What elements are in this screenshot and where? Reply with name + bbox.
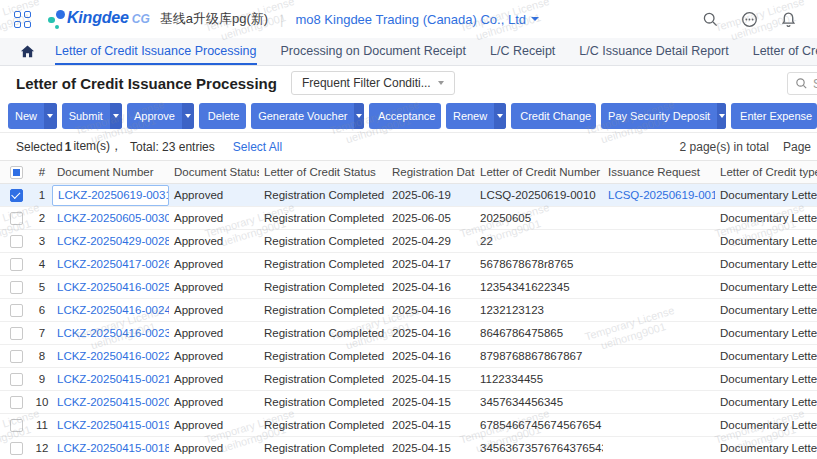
tab-4-l-c-issuance-detail-report[interactable]: L/C Issuance Detail Report [579, 38, 728, 65]
cell-issuance-request [603, 253, 715, 275]
document-number-link[interactable]: LCKZ-20250415-0019 [57, 419, 169, 431]
document-number-link[interactable]: LCKZ-20250415-0021 [57, 373, 169, 385]
select-all-link[interactable]: Select All [233, 140, 282, 154]
row-checkbox[interactable] [10, 327, 23, 340]
row-checkbox[interactable] [10, 258, 23, 271]
support-icon[interactable] [741, 11, 758, 28]
table-row-1[interactable]: 1LCKZ-20250619-0031ApprovedRegistration … [0, 184, 817, 207]
search-placeholder: Search [813, 77, 817, 91]
document-number-link[interactable]: LCKZ-20250415-0018 [57, 442, 169, 454]
row-checkbox[interactable] [10, 419, 23, 432]
row-checkbox[interactable] [10, 350, 23, 363]
tab-3-l-c-receipt[interactable]: L/C Receipt [490, 38, 555, 65]
chevron-down-icon[interactable] [110, 103, 122, 129]
tab-5-letter-of-credit-issuance-processing[interactable]: Letter of Credit Issuance Processing [753, 38, 817, 65]
chevron-down-icon[interactable] [182, 103, 194, 129]
chevron-down-icon[interactable] [354, 103, 364, 129]
app-launcher-icon[interactable] [14, 11, 31, 28]
cell-letter-of-credit-type: Documentary Letter of [715, 207, 817, 229]
col-header-letter-of-credit-status[interactable]: Letter of Credit Status [259, 161, 387, 183]
table-header: #Document NumberDocument StatusLetter of… [0, 160, 817, 184]
table-row-3[interactable]: 3LCKZ-20250429-0028ApprovedRegistration … [0, 230, 817, 253]
button-label: Generate Voucher [251, 103, 354, 129]
search-icon[interactable] [702, 11, 719, 28]
row-checkbox[interactable] [10, 189, 23, 202]
search-icon [795, 77, 808, 90]
button-label: New [8, 103, 44, 129]
pages-total: 2 page(s) in total [680, 140, 769, 154]
cell-registration-date: 2025-04-17 [387, 253, 475, 275]
col-header-registration-date[interactable]: Registration Date [387, 161, 475, 183]
document-number-link[interactable]: LCKZ-20250415-0020 [57, 396, 169, 408]
org-selector[interactable]: mo8 Kingdee Trading (Canada) Co., Ltd [295, 12, 539, 27]
cell-: 2 [32, 207, 52, 229]
enter-expense-button[interactable]: Enter Expense [731, 103, 817, 129]
renew-button[interactable]: Renew [446, 103, 506, 129]
document-number-link[interactable]: LCKZ-20250417-0026 [57, 258, 169, 270]
chevron-down-icon[interactable] [494, 103, 506, 129]
row-checkbox[interactable] [10, 304, 23, 317]
table-row-9[interactable]: 9LCKZ-20250415-0021ApprovedRegistration … [0, 368, 817, 391]
frequent-filter-dropdown[interactable]: Frequent Filter Conditi... [291, 71, 455, 95]
delete-button[interactable]: Delete [199, 103, 246, 129]
col-header-[interactable]: # [32, 161, 52, 183]
row-checkbox[interactable] [10, 281, 23, 294]
table-row-8[interactable]: 8LCKZ-20250416-0022ApprovedRegistration … [0, 345, 817, 368]
credit-change-button[interactable]: Credit Change [511, 103, 596, 129]
table-row-12[interactable]: 12LCKZ-20250415-0018ApprovedRegistration… [0, 437, 817, 459]
row-checkbox[interactable] [10, 396, 23, 409]
submit-button[interactable]: Submit [62, 103, 122, 129]
row-checkbox[interactable] [10, 235, 23, 248]
row-checkbox[interactable] [10, 373, 23, 386]
nav-bar: Letter of Credit Issuance ProcessingProc… [0, 38, 817, 66]
col-header-letter-of-credit-number[interactable]: Letter of Credit Number [475, 161, 603, 183]
status-bar: Selected 1 item(s)， Total: 23 entries Se… [0, 132, 817, 160]
cell-letter-of-credit-status: Registration Completed [259, 184, 387, 206]
table-row-7[interactable]: 7LCKZ-20250416-0023ApprovedRegistration … [0, 322, 817, 345]
cell-: 12 [32, 437, 52, 459]
approve-button[interactable]: Approve [127, 103, 194, 129]
document-number-link[interactable]: LCKZ-20250416-0024 [57, 304, 169, 316]
cell-issuance-request [603, 276, 715, 298]
nav-tabs: Letter of Credit Issuance ProcessingProc… [55, 38, 817, 65]
table-row-2[interactable]: 2LCKZ-20250605-0030ApprovedRegistration … [0, 207, 817, 230]
table-row-5[interactable]: 5LCKZ-20250416-0025ApprovedRegistration … [0, 276, 817, 299]
table-row-4[interactable]: 4LCKZ-20250417-0026ApprovedRegistration … [0, 253, 817, 276]
new-button[interactable]: New [8, 103, 57, 129]
table-row-11[interactable]: 11LCKZ-20250415-0019ApprovedRegistration… [0, 414, 817, 437]
document-number-link[interactable]: LCKZ-20250605-0030 [57, 212, 169, 224]
col-header-document-status[interactable]: Document Status [169, 161, 259, 183]
tab-1-letter-of-credit-issuance-processing[interactable]: Letter of Credit Issuance Processing [55, 38, 257, 65]
table-row-6[interactable]: 6LCKZ-20250416-0024ApprovedRegistration … [0, 299, 817, 322]
home-icon[interactable] [20, 38, 35, 65]
tab-2-processing-on-document-receipt[interactable]: Processing on Document Receipt [281, 38, 467, 65]
cell-letter-of-credit-type: Documentary Letter of [715, 184, 817, 206]
cell-letter-of-credit-number: 20250605 [475, 207, 603, 229]
chevron-down-icon[interactable] [717, 103, 726, 129]
generate-voucher-button[interactable]: Generate Voucher [251, 103, 364, 129]
document-number-link[interactable]: LCKZ-20250416-0023 [57, 327, 169, 339]
chevron-down-icon[interactable] [44, 103, 57, 129]
cell-registration-date: 2025-04-16 [387, 276, 475, 298]
row-checkbox[interactable] [10, 212, 23, 225]
document-number-link[interactable]: LCKZ-20250429-0028 [57, 235, 169, 247]
selected-count: 1 [65, 140, 72, 154]
col-header-letter-of-credit-type[interactable]: Letter of Credit type [715, 161, 817, 183]
col-header-document-number[interactable]: Document Number [52, 161, 169, 183]
row-checkbox[interactable] [10, 442, 23, 455]
issuance-request-link[interactable]: LCSQ-20250619-0010 [608, 189, 715, 201]
cell-letter-of-credit-status: Registration Completed [259, 368, 387, 390]
pay-security-deposit-button[interactable]: Pay Security Deposit [601, 103, 726, 129]
document-number-link[interactable]: LCKZ-20250619-0031 [58, 189, 169, 201]
cell-checkbox [0, 299, 32, 321]
select-all-checkbox[interactable] [10, 166, 23, 179]
notification-bell-icon[interactable] [780, 11, 797, 28]
col-header-issuance-request[interactable]: Issuance Request [603, 161, 715, 183]
table-row-10[interactable]: 10LCKZ-20250415-0020ApprovedRegistration… [0, 391, 817, 414]
document-number-link[interactable]: LCKZ-20250416-0025 [57, 281, 169, 293]
document-number-link[interactable]: LCKZ-20250416-0022 [57, 350, 169, 362]
cell-letter-of-credit-status: Registration Completed [259, 253, 387, 275]
list-search-input[interactable]: Search [787, 72, 817, 95]
acceptance-button[interactable]: Acceptance [369, 103, 441, 129]
cell-letter-of-credit-status: Registration Completed [259, 391, 387, 413]
